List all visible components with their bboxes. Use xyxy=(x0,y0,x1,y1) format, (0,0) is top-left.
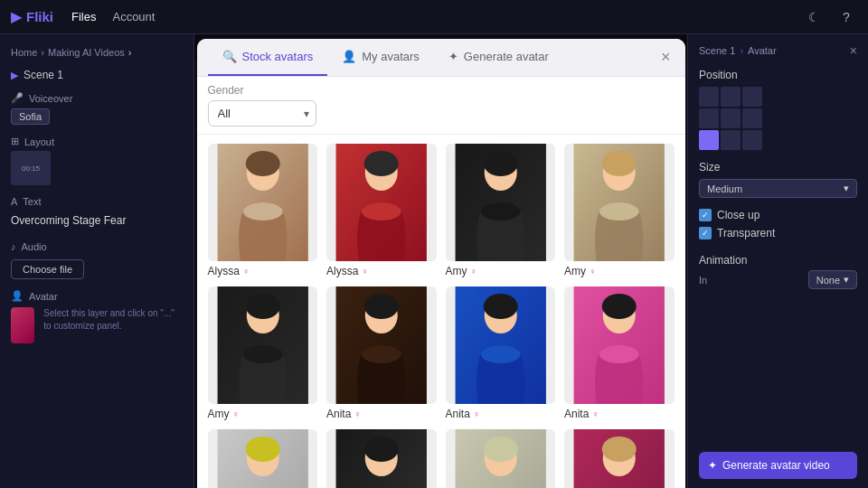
center-area: ↑ Upload ⚙ Settings ⋯ More 🔍 Stock avata… xyxy=(194,34,687,488)
avatar-card-name: Alyssa♀ xyxy=(208,265,318,277)
svg-point-24 xyxy=(242,345,282,363)
avatar-card[interactable]: Alyssa♀ xyxy=(326,144,437,277)
search-icon: 🔍 xyxy=(222,50,237,63)
avatar-modal: 🔍 Stock avatars 👤 My avatars ✦ Generate … xyxy=(197,39,685,488)
pos-cell-0[interactable] xyxy=(699,87,719,107)
person-icon: 👤 xyxy=(342,50,356,63)
close-up-label: Close up xyxy=(717,209,760,221)
choose-file-button[interactable]: Choose file xyxy=(11,259,84,279)
tab-generate-avatar[interactable]: ✦ Generate avatar xyxy=(434,39,563,76)
avatar-card-name: Amy♀ xyxy=(446,265,556,277)
avatar-card[interactable]: Anita♀ xyxy=(326,286,437,420)
nav-account[interactable]: Account xyxy=(112,10,155,23)
pos-cell-7[interactable] xyxy=(721,130,741,150)
logo-text: Fliki xyxy=(26,9,53,24)
pos-cell-6[interactable] xyxy=(699,130,719,150)
generate-avatar-video-button[interactable]: ✦ Generate avatar video xyxy=(699,452,857,479)
pos-cell-2[interactable] xyxy=(742,87,762,107)
pos-cell-5[interactable] xyxy=(742,108,762,128)
voiceover-section: 🎤 Voiceover Sofia xyxy=(0,89,193,128)
right-close-button[interactable]: × xyxy=(850,43,857,58)
avatar-card-image xyxy=(564,144,675,261)
mic-icon: 🎤 xyxy=(11,92,24,104)
moon-icon[interactable]: ☾ xyxy=(803,6,825,28)
avatar-card-name: Amy♀ xyxy=(208,408,318,420)
avatar-card-image xyxy=(208,144,318,261)
gender-select-wrap: All Male Female xyxy=(208,100,316,127)
animation-label: Animation xyxy=(699,254,857,267)
pos-cell-4[interactable] xyxy=(721,108,741,128)
avatar-card-image xyxy=(446,286,556,404)
svg-point-8 xyxy=(364,151,399,176)
position-section: Position xyxy=(699,69,857,150)
in-label: In xyxy=(699,275,707,286)
position-grid xyxy=(699,87,857,150)
transparent-checkbox[interactable]: ✓ xyxy=(699,227,712,239)
layout-icon: ⊞ xyxy=(11,136,19,147)
right-avatar-label: Avatar xyxy=(748,45,777,56)
topnav-right: ☾ ? xyxy=(803,6,857,28)
svg-point-53 xyxy=(483,436,517,462)
close-up-checkbox[interactable]: ✓ xyxy=(699,209,712,221)
none-select[interactable]: None ▾ xyxy=(808,270,857,289)
animation-section: Animation In None ▾ xyxy=(699,250,857,289)
sparkle-icon: ✦ xyxy=(448,50,458,63)
size-label: Size xyxy=(699,161,857,174)
nav-files[interactable]: Files xyxy=(71,10,96,23)
transparent-label: Transparent xyxy=(717,227,775,239)
help-icon[interactable]: ? xyxy=(835,6,857,28)
pos-cell-1[interactable] xyxy=(721,87,741,107)
chevron-down-icon2: ▾ xyxy=(844,274,849,286)
breadcrumb-home[interactable]: Home xyxy=(11,47,37,58)
tab-my-avatars[interactable]: 👤 My avatars xyxy=(327,39,434,76)
tab-stock-avatars[interactable]: 🔍 Stock avatars xyxy=(208,39,328,76)
left-sidebar: Home › Making AI Videos › ▶ Scene 1 🎤 Vo… xyxy=(0,34,194,488)
avatar-card[interactable]: Amy♀ xyxy=(208,286,318,420)
avatar-card[interactable]: Anita♀ xyxy=(208,429,318,488)
gender-select[interactable]: All Male Female xyxy=(208,100,316,127)
right-scene-label: Scene 1 xyxy=(699,45,735,56)
text-preview: Overcoming Stage Fear xyxy=(11,211,183,230)
breadcrumb-sep2: › xyxy=(128,47,132,58)
avatar-card[interactable]: Anita♀ xyxy=(564,286,675,420)
size-section: Size Medium ▾ xyxy=(699,161,857,198)
right-arrow: › xyxy=(740,45,743,56)
avatar-header: 👤 Avatar xyxy=(11,290,183,302)
svg-point-3 xyxy=(245,151,279,176)
svg-point-38 xyxy=(602,294,637,319)
text-icon: A xyxy=(11,196,17,207)
breadcrumb-sep1: › xyxy=(41,47,44,58)
avatar-icon: 👤 xyxy=(11,290,24,302)
chevron-down-icon: ▾ xyxy=(844,183,849,194)
avatar-card-image xyxy=(564,429,675,488)
avatar-grid: Alyssa♀ Alyssa♀ xyxy=(197,135,685,488)
breadcrumb-making-ai[interactable]: Making AI Videos xyxy=(48,47,125,58)
avatar-card[interactable]: Amy♀ xyxy=(564,144,675,277)
avatar-card[interactable]: Anita♀ xyxy=(446,286,556,420)
avatar-card[interactable]: Alyssa♀ xyxy=(208,144,318,277)
size-value: Medium xyxy=(707,183,742,194)
avatar-card[interactable]: Amy♀ xyxy=(446,144,556,277)
svg-point-58 xyxy=(602,436,637,462)
svg-point-19 xyxy=(599,202,639,221)
avatar-card-image xyxy=(446,144,556,261)
svg-point-34 xyxy=(480,345,520,363)
avatar-card[interactable]: Anita♀ xyxy=(564,429,675,488)
avatar-card-image xyxy=(326,144,437,261)
check-icon2: ✓ xyxy=(702,229,709,238)
svg-point-29 xyxy=(362,345,401,363)
plus-icon: ✦ xyxy=(708,459,717,472)
play-icon: ▶ xyxy=(11,70,18,81)
none-label: None xyxy=(816,275,840,286)
audio-icon: ♪ xyxy=(11,241,16,252)
avatar-card[interactable]: Anita♀ xyxy=(326,429,437,488)
voiceover-tag[interactable]: Sofia xyxy=(11,108,50,125)
pos-cell-3[interactable] xyxy=(699,108,719,128)
pos-cell-8[interactable] xyxy=(742,130,762,150)
size-select[interactable]: Medium ▾ xyxy=(699,179,857,198)
layout-section: ⊞ Layout 00:15 xyxy=(0,132,193,189)
modal-close-button[interactable]: × xyxy=(657,44,675,70)
position-label: Position xyxy=(699,69,857,81)
svg-point-28 xyxy=(364,294,399,319)
avatar-card[interactable]: Anita♀ xyxy=(446,429,556,488)
